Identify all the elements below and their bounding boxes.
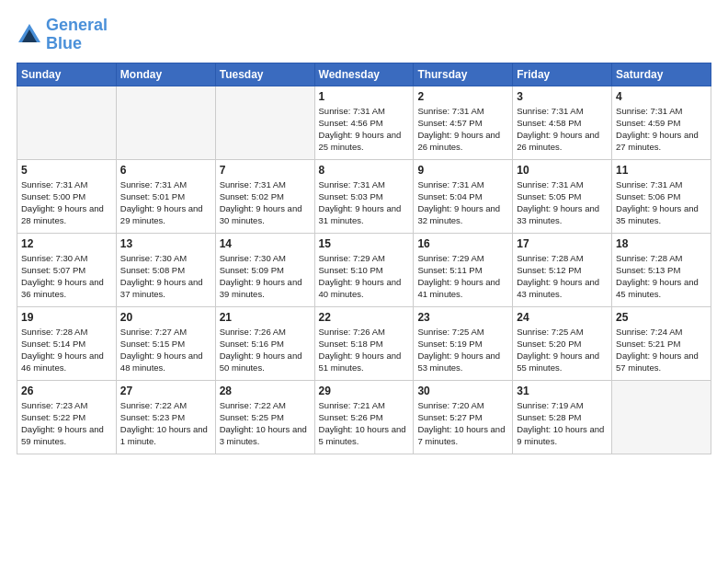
calendar-cell: 21Sunrise: 7:26 AM Sunset: 5:16 PM Dayli… bbox=[215, 306, 314, 380]
cell-info: Sunrise: 7:22 AM Sunset: 5:25 PM Dayligh… bbox=[220, 399, 311, 448]
weekday-header-monday: Monday bbox=[116, 63, 215, 86]
week-row-5: 26Sunrise: 7:23 AM Sunset: 5:22 PM Dayli… bbox=[17, 380, 711, 454]
calendar-cell: 3Sunrise: 7:31 AM Sunset: 4:58 PM Daylig… bbox=[513, 86, 612, 159]
cell-info: Sunrise: 7:31 AM Sunset: 4:59 PM Dayligh… bbox=[616, 105, 707, 154]
calendar-cell: 17Sunrise: 7:28 AM Sunset: 5:12 PM Dayli… bbox=[513, 233, 612, 306]
calendar-cell: 6Sunrise: 7:31 AM Sunset: 5:01 PM Daylig… bbox=[116, 159, 215, 233]
weekday-header-tuesday: Tuesday bbox=[215, 63, 314, 86]
calendar-cell: 10Sunrise: 7:31 AM Sunset: 5:05 PM Dayli… bbox=[513, 159, 612, 233]
weekday-header-friday: Friday bbox=[513, 63, 612, 86]
day-number: 27 bbox=[120, 385, 211, 397]
calendar-cell: 16Sunrise: 7:29 AM Sunset: 5:11 PM Dayli… bbox=[414, 233, 513, 306]
cell-info: Sunrise: 7:29 AM Sunset: 5:10 PM Dayligh… bbox=[319, 252, 410, 301]
day-number: 16 bbox=[417, 237, 508, 250]
calendar-cell: 20Sunrise: 7:27 AM Sunset: 5:15 PM Dayli… bbox=[116, 306, 215, 380]
calendar-cell: 15Sunrise: 7:29 AM Sunset: 5:10 PM Dayli… bbox=[314, 233, 414, 306]
calendar-cell: 23Sunrise: 7:25 AM Sunset: 5:19 PM Dayli… bbox=[414, 306, 513, 380]
cell-info: Sunrise: 7:28 AM Sunset: 5:13 PM Dayligh… bbox=[616, 252, 707, 301]
calendar-cell: 29Sunrise: 7:21 AM Sunset: 5:26 PM Dayli… bbox=[314, 380, 414, 454]
week-row-1: 1Sunrise: 7:31 AM Sunset: 4:56 PM Daylig… bbox=[17, 86, 711, 159]
calendar-cell: 5Sunrise: 7:31 AM Sunset: 5:00 PM Daylig… bbox=[17, 159, 117, 233]
day-number: 21 bbox=[220, 311, 311, 324]
cell-info: Sunrise: 7:30 AM Sunset: 5:09 PM Dayligh… bbox=[220, 252, 311, 301]
cell-info: Sunrise: 7:24 AM Sunset: 5:21 PM Dayligh… bbox=[616, 326, 707, 374]
cell-info: Sunrise: 7:22 AM Sunset: 5:23 PM Dayligh… bbox=[120, 399, 211, 448]
weekday-header-thursday: Thursday bbox=[414, 63, 513, 86]
day-number: 9 bbox=[417, 164, 508, 177]
cell-info: Sunrise: 7:28 AM Sunset: 5:12 PM Dayligh… bbox=[517, 252, 608, 301]
day-number: 18 bbox=[616, 237, 707, 250]
logo-text: General Blue bbox=[46, 17, 108, 53]
calendar-cell: 24Sunrise: 7:25 AM Sunset: 5:20 PM Dayli… bbox=[513, 306, 612, 380]
calendar-cell: 22Sunrise: 7:26 AM Sunset: 5:18 PM Dayli… bbox=[314, 306, 414, 380]
day-number: 24 bbox=[517, 311, 608, 324]
day-number: 2 bbox=[417, 90, 508, 103]
calendar-cell: 4Sunrise: 7:31 AM Sunset: 4:59 PM Daylig… bbox=[612, 86, 711, 159]
calendar-cell: 1Sunrise: 7:31 AM Sunset: 4:56 PM Daylig… bbox=[314, 86, 414, 159]
calendar-cell: 8Sunrise: 7:31 AM Sunset: 5:03 PM Daylig… bbox=[314, 159, 414, 233]
cell-info: Sunrise: 7:26 AM Sunset: 5:18 PM Dayligh… bbox=[319, 326, 410, 374]
calendar-cell: 31Sunrise: 7:19 AM Sunset: 5:28 PM Dayli… bbox=[513, 380, 612, 454]
day-number: 6 bbox=[120, 164, 211, 177]
logo-icon bbox=[17, 22, 42, 48]
cell-info: Sunrise: 7:31 AM Sunset: 4:57 PM Dayligh… bbox=[417, 105, 508, 154]
cell-info: Sunrise: 7:31 AM Sunset: 4:58 PM Dayligh… bbox=[517, 105, 608, 154]
calendar-cell: 14Sunrise: 7:30 AM Sunset: 5:09 PM Dayli… bbox=[215, 233, 314, 306]
cell-info: Sunrise: 7:31 AM Sunset: 5:01 PM Dayligh… bbox=[120, 178, 211, 227]
week-row-2: 5Sunrise: 7:31 AM Sunset: 5:00 PM Daylig… bbox=[17, 159, 711, 233]
calendar-cell: 9Sunrise: 7:31 AM Sunset: 5:04 PM Daylig… bbox=[414, 159, 513, 233]
day-number: 8 bbox=[319, 164, 410, 177]
day-number: 20 bbox=[120, 311, 211, 324]
day-number: 15 bbox=[319, 237, 410, 250]
day-number: 28 bbox=[220, 385, 311, 397]
day-number: 14 bbox=[220, 237, 311, 250]
day-number: 25 bbox=[616, 311, 707, 324]
day-number: 23 bbox=[417, 311, 508, 324]
header: General Blue bbox=[17, 17, 711, 53]
weekday-header-sunday: Sunday bbox=[17, 63, 117, 86]
page: General Blue SundayMondayTuesdayWednesda… bbox=[0, 0, 728, 563]
cell-info: Sunrise: 7:25 AM Sunset: 5:19 PM Dayligh… bbox=[417, 326, 508, 374]
calendar-cell: 12Sunrise: 7:30 AM Sunset: 5:07 PM Dayli… bbox=[17, 233, 117, 306]
weekday-header-wednesday: Wednesday bbox=[314, 63, 414, 86]
cell-info: Sunrise: 7:31 AM Sunset: 5:06 PM Dayligh… bbox=[616, 178, 707, 227]
day-number: 3 bbox=[517, 90, 608, 103]
day-number: 13 bbox=[120, 237, 211, 250]
cell-info: Sunrise: 7:20 AM Sunset: 5:27 PM Dayligh… bbox=[417, 399, 508, 448]
cell-info: Sunrise: 7:30 AM Sunset: 5:07 PM Dayligh… bbox=[21, 252, 112, 301]
calendar-cell: 7Sunrise: 7:31 AM Sunset: 5:02 PM Daylig… bbox=[215, 159, 314, 233]
cell-info: Sunrise: 7:19 AM Sunset: 5:28 PM Dayligh… bbox=[517, 399, 608, 448]
cell-info: Sunrise: 7:31 AM Sunset: 4:56 PM Dayligh… bbox=[319, 105, 410, 154]
calendar-cell: 30Sunrise: 7:20 AM Sunset: 5:27 PM Dayli… bbox=[414, 380, 513, 454]
day-number: 19 bbox=[21, 311, 112, 324]
calendar-cell: 28Sunrise: 7:22 AM Sunset: 5:25 PM Dayli… bbox=[215, 380, 314, 454]
logo: General Blue bbox=[17, 17, 108, 53]
day-number: 22 bbox=[319, 311, 410, 324]
cell-info: Sunrise: 7:30 AM Sunset: 5:08 PM Dayligh… bbox=[120, 252, 211, 301]
calendar-cell: 11Sunrise: 7:31 AM Sunset: 5:06 PM Dayli… bbox=[612, 159, 711, 233]
week-row-4: 19Sunrise: 7:28 AM Sunset: 5:14 PM Dayli… bbox=[17, 306, 711, 380]
calendar-cell bbox=[215, 86, 314, 159]
cell-info: Sunrise: 7:26 AM Sunset: 5:16 PM Dayligh… bbox=[220, 326, 311, 374]
day-number: 17 bbox=[517, 237, 608, 250]
cell-info: Sunrise: 7:31 AM Sunset: 5:00 PM Dayligh… bbox=[21, 178, 112, 227]
cell-info: Sunrise: 7:23 AM Sunset: 5:22 PM Dayligh… bbox=[21, 399, 112, 448]
calendar-cell: 25Sunrise: 7:24 AM Sunset: 5:21 PM Dayli… bbox=[612, 306, 711, 380]
day-number: 4 bbox=[616, 90, 707, 103]
cell-info: Sunrise: 7:31 AM Sunset: 5:05 PM Dayligh… bbox=[517, 178, 608, 227]
day-number: 5 bbox=[21, 164, 112, 177]
cell-info: Sunrise: 7:25 AM Sunset: 5:20 PM Dayligh… bbox=[517, 326, 608, 374]
cell-info: Sunrise: 7:21 AM Sunset: 5:26 PM Dayligh… bbox=[319, 399, 410, 448]
cell-info: Sunrise: 7:31 AM Sunset: 5:04 PM Dayligh… bbox=[417, 178, 508, 227]
calendar-cell: 2Sunrise: 7:31 AM Sunset: 4:57 PM Daylig… bbox=[414, 86, 513, 159]
day-number: 26 bbox=[21, 385, 112, 397]
weekday-header-row: SundayMondayTuesdayWednesdayThursdayFrid… bbox=[17, 63, 711, 86]
calendar-cell bbox=[116, 86, 215, 159]
weekday-header-saturday: Saturday bbox=[612, 63, 711, 86]
day-number: 29 bbox=[319, 385, 410, 397]
calendar-cell: 18Sunrise: 7:28 AM Sunset: 5:13 PM Dayli… bbox=[612, 233, 711, 306]
day-number: 31 bbox=[517, 385, 608, 397]
week-row-3: 12Sunrise: 7:30 AM Sunset: 5:07 PM Dayli… bbox=[17, 233, 711, 306]
cell-info: Sunrise: 7:31 AM Sunset: 5:03 PM Dayligh… bbox=[319, 178, 410, 227]
calendar-cell: 13Sunrise: 7:30 AM Sunset: 5:08 PM Dayli… bbox=[116, 233, 215, 306]
